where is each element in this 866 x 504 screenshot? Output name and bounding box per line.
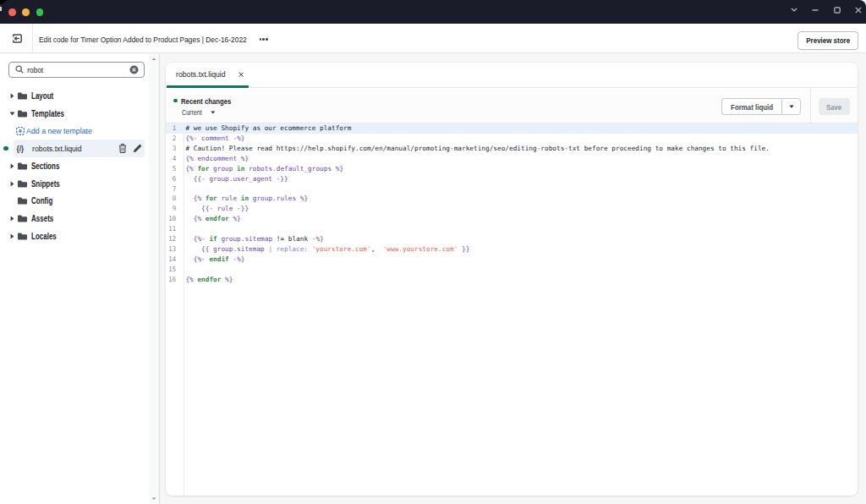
folder-icon xyxy=(17,215,28,222)
line-number: 4 xyxy=(166,154,176,164)
chevron-right-icon[interactable] xyxy=(9,181,15,187)
rename-file-icon[interactable] xyxy=(133,141,142,156)
traffic-light-minimize[interactable] xyxy=(22,8,30,16)
chevron-right-icon[interactable] xyxy=(9,233,15,239)
editor-toolbar: Edit code for Timer Option Added to Prod… xyxy=(0,24,866,53)
preview-store-button[interactable]: Preview store xyxy=(797,31,858,50)
editor-tabbar: robots.txt.liquid xyxy=(166,63,858,88)
window-menu-chevron-icon[interactable] xyxy=(783,0,805,19)
code-line-10[interactable]: 10 {% endfor %} xyxy=(166,214,858,224)
tree-item-label: Assets xyxy=(31,214,53,223)
code-line-11[interactable]: 11 xyxy=(166,224,858,234)
save-button[interactable]: Save xyxy=(819,98,850,116)
folder-icon xyxy=(17,110,28,118)
code-line-13[interactable]: 13 {{ group.sitemap | replace: 'yourstor… xyxy=(166,244,858,255)
recent-changes-label: Recent changes xyxy=(181,96,231,106)
folder-icon xyxy=(17,162,28,170)
code-line-5[interactable]: 5{% for group in robots.default_groups %… xyxy=(166,164,858,174)
sidebar-folder-snippets[interactable]: Snippets xyxy=(0,175,149,193)
sidebar-file-robots-txt-liquid[interactable]: {/}robots.txt.liquid xyxy=(0,140,149,157)
changes-status-dot xyxy=(173,99,178,103)
tree-item-label: Sections xyxy=(31,162,59,171)
line-content: {% for rule in group.rules %} xyxy=(185,194,308,204)
app-window: Edit code for Timer Option Added to Prod… xyxy=(0,0,866,504)
code-line-14[interactable]: 14 {%- endif -%} xyxy=(166,255,858,265)
line-content: {% endcomment %} xyxy=(185,154,249,164)
line-number: 15 xyxy=(166,265,176,275)
chevron-right-icon[interactable] xyxy=(9,216,15,222)
window-close-icon[interactable] xyxy=(847,0,866,19)
line-content: {{ group.sitemap | replace: 'yourstore.c… xyxy=(185,244,469,255)
line-number: 7 xyxy=(166,184,176,194)
tab-close-icon[interactable] xyxy=(238,63,244,85)
traffic-light-zoom[interactable] xyxy=(36,8,44,16)
line-number: 9 xyxy=(166,204,176,214)
code-editor-panel: robots.txt.liquid Recent changes Current… xyxy=(166,63,858,496)
scroll-down-icon[interactable] xyxy=(149,497,159,501)
code-line-2[interactable]: 2{%- comment -%} xyxy=(166,134,858,144)
tree-item-label: Locales xyxy=(31,232,57,241)
search-input[interactable]: robot xyxy=(24,65,115,74)
code-line-15[interactable]: 15 xyxy=(166,265,858,275)
file-search-box[interactable]: robot xyxy=(8,62,145,79)
version-dropdown[interactable]: Current xyxy=(182,108,216,117)
line-number: 2 xyxy=(166,134,176,144)
editor-actionbar: Recent changes Current Format liquid Sav… xyxy=(166,89,858,123)
tree-item-label: Add a new template xyxy=(26,126,92,135)
code-line-9[interactable]: 9 {{- rule -}} xyxy=(166,204,858,214)
sidebar-folder-templates[interactable]: Templates xyxy=(0,105,149,123)
folder-icon xyxy=(17,233,28,240)
delete-file-icon[interactable] xyxy=(118,141,127,156)
code-line-16[interactable]: 16{% endfor %} xyxy=(166,275,858,285)
chevron-down-icon[interactable] xyxy=(9,112,15,116)
tab-robots-txt-liquid[interactable]: robots.txt.liquid xyxy=(167,63,249,88)
code-line-3[interactable]: 3# Caution! Please read https://help.sho… xyxy=(166,144,858,154)
tree-item-label: Templates xyxy=(31,109,64,118)
add-template-icon xyxy=(14,127,25,135)
window-minimize-icon[interactable] xyxy=(804,0,826,19)
code-line-1[interactable]: 1# we use Shopify as our ecommerce platf… xyxy=(166,123,858,134)
code-line-6[interactable]: 6 {{- group.user_agent -}} xyxy=(166,174,858,184)
clear-search-icon[interactable] xyxy=(129,65,144,74)
sidebar-action-add-a-new-template[interactable]: Add a new template xyxy=(0,123,149,140)
line-content: {% endfor %} xyxy=(185,214,240,224)
line-number: 16 xyxy=(166,275,176,285)
folder-icon xyxy=(17,92,28,100)
tree-item-label: robots.txt.liquid xyxy=(32,144,82,153)
line-number: 14 xyxy=(166,255,176,265)
line-content: {{- group.user_agent -}} xyxy=(185,174,288,184)
traffic-light-close[interactable] xyxy=(8,8,16,16)
window-maximize-icon[interactable] xyxy=(826,0,848,19)
more-options-icon[interactable] xyxy=(260,24,269,52)
collapse-sidebar-icon[interactable] xyxy=(8,30,28,48)
sidebar-scrollbar[interactable] xyxy=(149,54,159,504)
line-content: {% endfor %} xyxy=(185,275,233,285)
tree-item-label: Layout xyxy=(31,91,53,101)
scroll-up-icon[interactable] xyxy=(149,58,159,61)
toolbar-divider xyxy=(32,24,33,52)
code-line-7[interactable]: 7 xyxy=(166,184,858,194)
sidebar-folder-locales[interactable]: Locales xyxy=(0,227,149,245)
chevron-right-icon[interactable] xyxy=(9,93,15,99)
line-number: 11 xyxy=(166,224,176,234)
code-editor[interactable]: 1# we use Shopify as our ecommerce platf… xyxy=(166,123,858,496)
code-line-12[interactable]: 12 {%- if group.sitemap != blank -%} xyxy=(166,234,858,244)
line-content: {% for group in robots.default_groups %} xyxy=(185,164,343,174)
sidebar-folder-assets[interactable]: Assets xyxy=(0,210,149,227)
line-content: {{- rule -}} xyxy=(185,204,249,214)
folder-icon xyxy=(17,197,28,205)
format-liquid-button[interactable]: Format liquid xyxy=(721,98,781,116)
line-content: # Caution! Please read https://help.shop… xyxy=(185,144,770,154)
code-line-8[interactable]: 8 {% for rule in group.rules %} xyxy=(166,194,858,204)
sidebar-folder-config[interactable]: Config xyxy=(0,193,149,211)
active-tab-indicator xyxy=(167,85,249,88)
liquid-file-icon: {/} xyxy=(17,145,24,153)
chevron-right-icon[interactable] xyxy=(9,163,15,169)
format-liquid-dropdown-icon[interactable] xyxy=(781,98,801,116)
code-line-4[interactable]: 4{% endcomment %} xyxy=(166,154,858,164)
tree-item-label: Config xyxy=(31,196,52,205)
sidebar-folder-layout[interactable]: Layout xyxy=(0,87,149,105)
sidebar-divider xyxy=(159,54,160,504)
tab-label: robots.txt.liquid xyxy=(176,63,226,85)
sidebar-folder-sections[interactable]: Sections xyxy=(0,157,149,175)
